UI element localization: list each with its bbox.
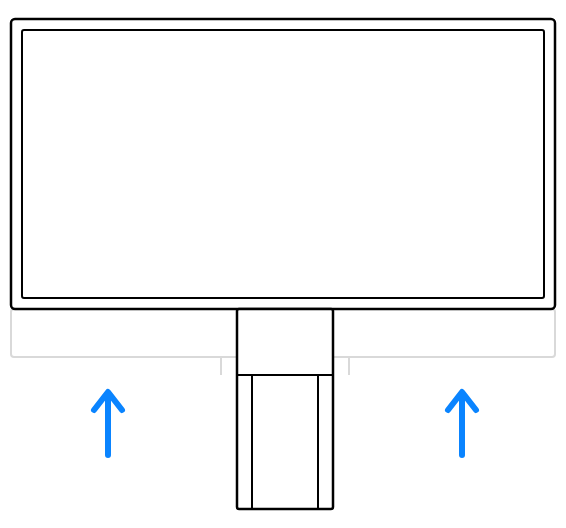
svg-rect-4 [22,30,544,298]
display-monitor [11,19,555,309]
display-stand-column [237,309,333,509]
diagram-svg [0,0,566,528]
arrow-up-right-icon [448,392,476,455]
display-adjustment-diagram [0,0,566,528]
arrow-up-left-icon [94,392,122,455]
